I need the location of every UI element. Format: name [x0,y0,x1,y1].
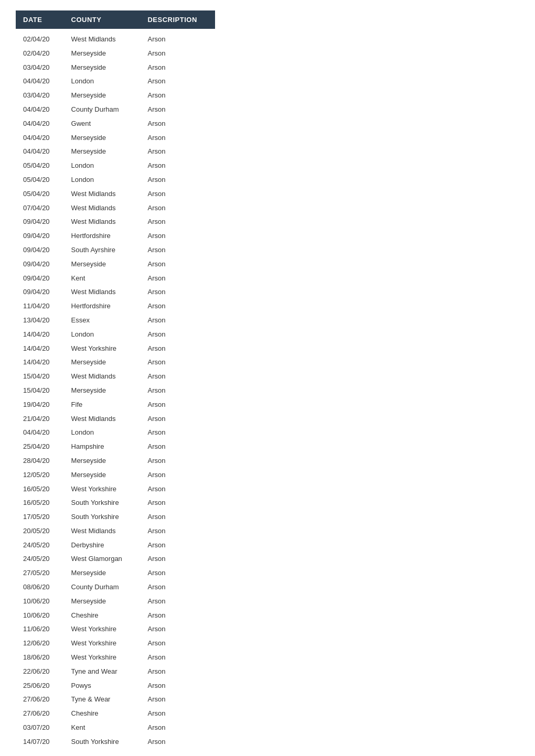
table-row: 14/04/20LondonArson [16,328,215,342]
description-cell: Arson [140,552,215,566]
description-cell: Arson [140,679,215,693]
date-cell: 04/04/20 [16,145,64,159]
description-cell: Arson [140,257,215,272]
county-cell: West Midlands [64,524,141,538]
county-cell: Merseyside [64,89,141,103]
table-row: 12/06/20West YorkshireArson [16,636,215,651]
description-cell: Arson [140,299,215,314]
description-cell: Arson [140,412,215,426]
county-cell: County Durham [64,580,141,595]
description-cell: Arson [140,468,215,482]
description-cell: Arson [140,496,215,510]
date-cell: 03/07/20 [16,721,64,735]
description-cell: Arson [140,272,215,286]
county-cell: Gwent [64,117,141,131]
description-cell: Arson [140,636,215,651]
date-cell: 18/06/20 [16,651,64,665]
table-row: 25/04/20HampshireArson [16,440,215,454]
county-cell: West Midlands [64,412,141,426]
table-row: 09/04/20South AyrshireArson [16,243,215,257]
description-cell: Arson [140,314,215,328]
date-cell: 09/04/20 [16,272,64,286]
description-cell: Arson [140,707,215,721]
data-table: DATE COUNTY DESCRIPTION 02/04/20West Mid… [16,10,215,749]
table-row: 14/04/20MerseysideArson [16,355,215,370]
date-cell: 14/04/20 [16,328,64,342]
county-cell: Merseyside [64,145,141,159]
date-cell: 09/04/20 [16,257,64,272]
date-cell: 11/04/20 [16,299,64,314]
table-row: 03/07/20KentArson [16,721,215,735]
table-row: 27/06/20CheshireArson [16,707,215,721]
table-row: 20/05/20West MidlandsArson [16,524,215,538]
date-cell: 07/04/20 [16,201,64,215]
table-row: 10/06/20CheshireArson [16,609,215,623]
table-row: 09/04/20MerseysideArson [16,257,215,272]
date-cell: 09/04/20 [16,215,64,229]
description-cell: Arson [140,201,215,215]
description-cell: Arson [140,370,215,384]
date-cell: 04/04/20 [16,426,64,440]
date-cell: 27/05/20 [16,566,64,580]
description-cell: Arson [140,131,215,145]
table-row: 12/05/20MerseysideArson [16,468,215,482]
description-cell: Arson [140,595,215,609]
description-cell: Arson [140,29,215,47]
table-row: 28/04/20MerseysideArson [16,454,215,468]
table-header-row: DATE COUNTY DESCRIPTION [16,10,215,29]
county-cell: Kent [64,721,141,735]
description-cell: Arson [140,285,215,299]
description-cell: Arson [140,651,215,665]
county-cell: Tyne & Wear [64,693,141,707]
date-cell: 20/05/20 [16,524,64,538]
date-cell: 24/05/20 [16,538,64,553]
description-cell: Arson [140,355,215,370]
table-container: DATE COUNTY DESCRIPTION 02/04/20West Mid… [0,0,535,756]
table-row: 04/04/20County DurhamArson [16,103,215,117]
date-cell: 25/06/20 [16,679,64,693]
county-cell: Tyne and Wear [64,665,141,679]
description-cell: Arson [140,735,215,749]
description-cell: Arson [140,384,215,398]
county-cell: Essex [64,314,141,328]
county-cell: West Midlands [64,187,141,201]
date-cell: 04/04/20 [16,103,64,117]
table-row: 09/04/20West MidlandsArson [16,215,215,229]
table-row: 18/06/20West YorkshireArson [16,651,215,665]
table-row: 14/04/20West YorkshireArson [16,342,215,356]
table-row: 19/04/20FifeArson [16,398,215,412]
description-cell: Arson [140,103,215,117]
county-cell: Merseyside [64,566,141,580]
county-cell: Hertfordshire [64,299,141,314]
date-cell: 04/04/20 [16,74,64,89]
description-cell: Arson [140,229,215,243]
date-cell: 05/04/20 [16,187,64,201]
county-cell: Merseyside [64,61,141,75]
description-cell: Arson [140,243,215,257]
table-row: 15/04/20West MidlandsArson [16,370,215,384]
county-cell: West Yorkshire [64,342,141,356]
description-cell: Arson [140,609,215,623]
county-cell: West Midlands [64,201,141,215]
table-row: 05/04/20LondonArson [16,173,215,187]
table-row: 08/06/20County DurhamArson [16,580,215,595]
table-row: 05/04/20LondonArson [16,159,215,173]
table-row: 05/04/20West MidlandsArson [16,187,215,201]
description-cell: Arson [140,328,215,342]
description-cell: Arson [140,342,215,356]
table-row: 07/04/20West MidlandsArson [16,201,215,215]
county-cell: West Glamorgan [64,552,141,566]
county-cell: Fife [64,398,141,412]
date-cell: 03/04/20 [16,89,64,103]
date-cell: 12/06/20 [16,636,64,651]
description-cell: Arson [140,721,215,735]
date-cell: 09/04/20 [16,285,64,299]
county-cell: West Midlands [64,370,141,384]
date-cell: 09/04/20 [16,229,64,243]
date-cell: 25/04/20 [16,440,64,454]
date-cell: 16/05/20 [16,482,64,496]
date-column-header: DATE [16,10,64,29]
date-cell: 13/04/20 [16,314,64,328]
description-column-header: DESCRIPTION [140,10,215,29]
date-cell: 15/04/20 [16,370,64,384]
